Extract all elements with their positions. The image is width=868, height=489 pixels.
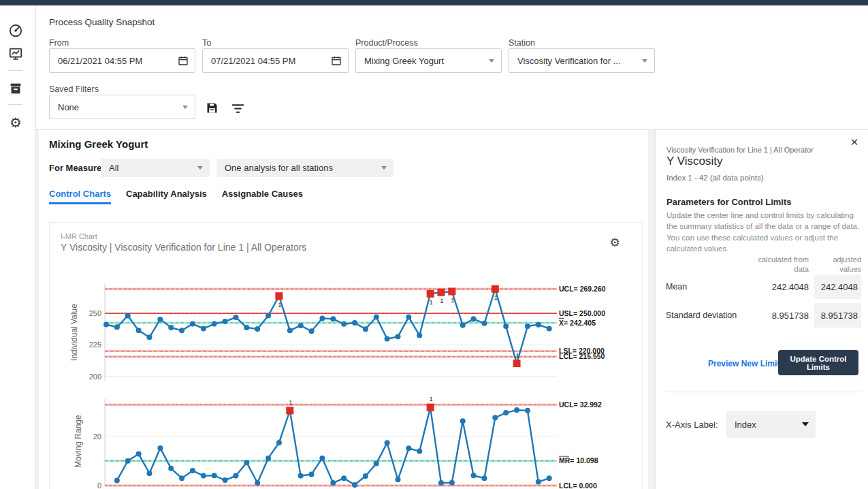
flagged-point[interactable] <box>427 404 434 411</box>
data-point[interactable] <box>481 321 487 326</box>
data-point[interactable] <box>471 316 477 321</box>
data-point[interactable] <box>255 326 260 332</box>
flagged-point[interactable] <box>427 290 434 298</box>
charts-monitor-icon[interactable] <box>8 46 23 61</box>
data-point[interactable] <box>287 328 293 333</box>
data-point[interactable] <box>525 408 530 413</box>
data-point[interactable] <box>125 458 131 464</box>
update-control-limits-button[interactable]: Update Control Limits <box>778 350 858 375</box>
data-point[interactable] <box>395 334 400 339</box>
flagged-point[interactable] <box>275 292 283 300</box>
data-point[interactable] <box>244 325 249 330</box>
data-point[interactable] <box>406 315 411 320</box>
data-point[interactable] <box>223 477 228 483</box>
settings-gear-icon[interactable]: ⚙ <box>8 115 23 130</box>
data-point[interactable] <box>212 473 217 478</box>
data-point[interactable] <box>536 322 541 328</box>
data-point[interactable] <box>536 479 541 485</box>
product-process-dropdown[interactable]: Mixing Greek Yogurt <box>355 48 502 73</box>
flagged-point[interactable] <box>513 360 521 367</box>
flagged-point[interactable] <box>492 285 499 293</box>
data-point[interactable] <box>395 477 400 482</box>
data-point[interactable] <box>449 480 455 486</box>
data-point[interactable] <box>309 328 315 334</box>
data-point[interactable] <box>190 468 195 473</box>
chart-settings-gear-icon[interactable]: ⚙ <box>608 236 622 250</box>
data-point[interactable] <box>417 449 422 454</box>
station-dropdown[interactable]: Viscosity Verification for ... <box>509 48 655 73</box>
saved-filters-dropdown[interactable]: None <box>49 95 195 119</box>
data-point[interactable] <box>298 473 304 479</box>
filter-button[interactable] <box>231 101 246 116</box>
data-point[interactable] <box>255 480 260 486</box>
data-point[interactable] <box>330 316 336 321</box>
flagged-point[interactable] <box>448 287 455 295</box>
data-point[interactable] <box>190 321 195 327</box>
data-point[interactable] <box>341 475 347 481</box>
data-point[interactable] <box>212 321 217 327</box>
data-point[interactable] <box>460 322 466 328</box>
data-point[interactable] <box>492 415 498 420</box>
calendar-icon[interactable] <box>331 55 342 66</box>
from-datetime-input[interactable] <box>49 48 195 73</box>
data-point[interactable] <box>319 315 325 321</box>
preview-new-limits-link[interactable]: Preview New Limits <box>708 359 784 368</box>
data-point[interactable] <box>385 440 390 445</box>
data-point[interactable] <box>168 466 174 471</box>
data-point[interactable] <box>244 460 249 465</box>
data-point[interactable] <box>460 418 466 424</box>
data-point[interactable] <box>223 319 228 324</box>
data-point[interactable] <box>179 475 184 481</box>
close-icon[interactable]: ✕ <box>848 136 861 149</box>
data-point[interactable] <box>406 445 411 451</box>
data-point[interactable] <box>363 473 368 479</box>
tab-control-charts[interactable]: Control Charts <box>49 189 111 204</box>
data-point[interactable] <box>503 324 509 329</box>
data-point[interactable] <box>547 326 552 331</box>
tab-capability-analysis[interactable]: Capability Analysis <box>126 189 207 204</box>
data-point[interactable] <box>201 473 206 479</box>
data-point[interactable] <box>233 315 238 320</box>
data-point[interactable] <box>374 461 379 467</box>
data-point[interactable] <box>276 440 282 445</box>
data-point[interactable] <box>438 480 444 486</box>
data-point[interactable] <box>309 471 315 477</box>
data-point[interactable] <box>114 477 120 483</box>
archive-box-icon[interactable] <box>8 81 23 96</box>
mean-adjusted-input[interactable]: 242.4048 <box>814 274 861 299</box>
flagged-point[interactable] <box>437 289 445 296</box>
data-point[interactable] <box>417 333 422 338</box>
data-point[interactable] <box>201 326 206 331</box>
data-point[interactable] <box>233 473 238 479</box>
x-axis-dropdown[interactable]: Index <box>726 411 816 438</box>
data-point[interactable] <box>352 482 357 488</box>
calendar-icon[interactable] <box>178 55 189 66</box>
analysis-mode-dropdown[interactable]: One analysis for all stations <box>216 159 393 177</box>
data-point[interactable] <box>514 407 519 413</box>
data-point[interactable] <box>266 313 271 319</box>
data-point[interactable] <box>157 445 163 451</box>
dashboard-gauge-icon[interactable] <box>8 23 23 38</box>
data-point[interactable] <box>146 334 152 340</box>
data-point[interactable] <box>503 410 509 415</box>
data-point[interactable] <box>266 456 271 461</box>
data-point[interactable] <box>352 320 357 326</box>
to-datetime-value[interactable] <box>211 56 331 66</box>
data-point[interactable] <box>547 475 552 481</box>
data-point[interactable] <box>136 328 142 333</box>
data-point[interactable] <box>103 321 109 327</box>
flagged-point[interactable] <box>286 407 293 414</box>
save-filter-button[interactable] <box>205 101 220 116</box>
data-point[interactable] <box>525 324 530 329</box>
data-point[interactable] <box>114 324 120 330</box>
data-point[interactable] <box>146 471 152 476</box>
data-point[interactable] <box>330 480 336 486</box>
data-point[interactable] <box>471 473 477 478</box>
data-point[interactable] <box>374 315 379 320</box>
data-point[interactable] <box>363 326 368 332</box>
data-point[interactable] <box>125 313 131 319</box>
data-point[interactable] <box>298 323 304 328</box>
data-point[interactable] <box>157 317 163 322</box>
to-datetime-input[interactable] <box>202 48 349 73</box>
data-point[interactable] <box>168 325 174 330</box>
